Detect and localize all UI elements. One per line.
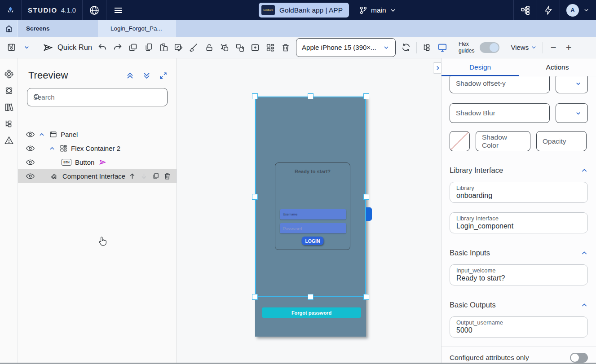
expand-all-button[interactable] — [142, 71, 151, 80]
flex-guides-toggle[interactable] — [480, 42, 499, 53]
group-button[interactable] — [220, 43, 230, 53]
delete-node-button[interactable] — [163, 172, 171, 180]
app-switcher[interactable]: GoldBank GoldBank app | APP — [259, 3, 349, 18]
language-button[interactable] — [83, 0, 106, 20]
resize-handle-n[interactable] — [308, 93, 313, 99]
visibility-eye-icon[interactable] — [26, 171, 35, 181]
shadow-color-swatch[interactable] — [450, 131, 470, 151]
duplicate-button[interactable] — [128, 43, 138, 53]
drag-grab-tab[interactable] — [366, 207, 372, 221]
chevron-up-icon — [581, 302, 588, 309]
style-brush-button[interactable] — [189, 43, 199, 53]
zoom-out-button[interactable]: − — [548, 42, 558, 53]
tab-design[interactable]: Design — [441, 58, 519, 76]
lock-button[interactable] — [204, 43, 214, 53]
delete-button[interactable] — [281, 43, 291, 53]
resize-handle-ne[interactable] — [363, 93, 369, 99]
device-selector[interactable]: Apple iPhone 15 (390×... — [296, 38, 396, 57]
widget-tree: Panel Flex Container 2 BTN — [18, 127, 177, 183]
username-field[interactable]: Username — [280, 209, 346, 219]
section-basic-inputs[interactable]: Basic Inputs — [450, 249, 588, 257]
tab-screens[interactable]: Screens — [18, 20, 99, 37]
tree-item-component-interface[interactable]: Component Interface — [18, 169, 177, 183]
studio-logo[interactable] — [0, 0, 22, 20]
resize-handle-w[interactable] — [252, 194, 258, 200]
shadow-color-field[interactable]: Shadow Color — [476, 131, 530, 151]
components-button[interactable] — [265, 43, 275, 53]
save-options-button[interactable] — [22, 43, 31, 53]
input-welcome-field[interactable]: Input_welcome Ready to start? — [450, 264, 588, 285]
copy-button[interactable] — [143, 43, 153, 53]
undo-button[interactable] — [97, 43, 107, 53]
chevron-down-icon — [583, 7, 590, 13]
resize-handle-sw[interactable] — [252, 294, 258, 300]
collapse-chevron-icon[interactable] — [39, 132, 45, 138]
ai-assist-button[interactable] — [4, 86, 14, 96]
redo-button[interactable] — [113, 43, 123, 53]
main-menu-button[interactable] — [106, 0, 130, 20]
refresh-button[interactable] — [401, 43, 411, 53]
library-button[interactable] — [4, 102, 14, 112]
quick-run-button[interactable]: Quick Run — [43, 42, 92, 53]
visibility-eye-icon[interactable] — [26, 144, 35, 153]
collapse-chevron-icon[interactable] — [49, 145, 55, 152]
theme-button[interactable] — [174, 43, 184, 53]
zoom-in-button[interactable]: + — [564, 42, 574, 53]
panel-widget-icon — [49, 131, 57, 138]
account-menu[interactable]: A — [560, 0, 596, 20]
visibility-eye-icon[interactable] — [26, 130, 35, 139]
shadow-blur-unit-dropdown[interactable] — [556, 103, 588, 123]
library-interface-field[interactable]: Library Interface Login_component — [450, 212, 588, 233]
ungroup-button[interactable] — [235, 43, 245, 53]
shadow-blur-field[interactable]: Shadow Blur — [450, 103, 550, 123]
resize-handle-e[interactable] — [363, 194, 369, 200]
treeview-rail-button[interactable] — [4, 119, 14, 129]
field-label: Input_welcome — [456, 267, 581, 274]
copy-node-button[interactable] — [152, 172, 159, 180]
tree-item-flex-container[interactable]: Flex Container 2 — [18, 141, 177, 155]
visibility-eye-icon[interactable] — [26, 158, 35, 167]
home-tab[interactable] — [0, 20, 18, 37]
resize-handle-nw[interactable] — [252, 93, 258, 99]
resize-handle-se[interactable] — [363, 294, 369, 300]
tree-view-toggle[interactable] — [422, 43, 432, 53]
resize-handle-s[interactable] — [308, 294, 313, 300]
inspector-collapse-button[interactable] — [433, 62, 442, 74]
save-button[interactable] — [6, 43, 16, 53]
actions-lightning-button[interactable] — [537, 0, 560, 20]
top-bar: STUDIO 4.1.0 GoldBank GoldBank app | APP… — [0, 0, 596, 20]
shadow-offset-y-unit-dropdown[interactable] — [556, 76, 588, 93]
integrations-button[interactable] — [513, 0, 537, 20]
login-button[interactable]: LOGIN — [302, 237, 324, 245]
output-username-field[interactable]: Output_username 5000 — [450, 316, 588, 338]
expand-panel-button[interactable] — [159, 71, 168, 80]
login-card[interactable]: Ready to start? Username Password LOGIN — [275, 162, 350, 250]
phone-preview[interactable]: Ready to start? Username Password LOGIN … — [255, 96, 366, 337]
section-library-interface[interactable]: Library Interface — [450, 166, 588, 175]
tree-item-panel[interactable]: Panel — [18, 127, 177, 141]
tab-login-forgot-page[interactable]: Login_Forgot_Pa... — [99, 20, 176, 37]
collapse-all-button[interactable] — [126, 71, 134, 80]
opacity-field[interactable]: Opacity — [536, 131, 587, 151]
preview-monitor-button[interactable] — [437, 43, 447, 53]
issues-button[interactable] — [4, 136, 14, 145]
forgot-password-button[interactable]: Forgot password — [262, 307, 361, 318]
paste-button[interactable] — [159, 43, 168, 53]
shadow-offset-y-field[interactable]: Shadow offset-y — [450, 76, 550, 93]
configured-attributes-label: Configured attributes only — [450, 354, 529, 362]
move-up-button[interactable] — [128, 172, 136, 180]
tab-actions[interactable]: Actions — [519, 58, 596, 76]
tree-item-button[interactable]: BTN Button — [18, 155, 177, 169]
password-field[interactable]: Password — [280, 223, 346, 233]
section-basic-outputs[interactable]: Basic Outputs — [450, 301, 588, 309]
add-container-button[interactable] — [250, 43, 260, 53]
settings-button[interactable] — [4, 69, 14, 79]
design-canvas[interactable]: Ready to start? Username Password LOGIN … — [177, 58, 441, 364]
branch-selector[interactable]: main — [359, 6, 397, 15]
search-input[interactable] — [27, 88, 168, 106]
library-field[interactable]: Library onboarding — [450, 182, 588, 203]
lightning-icon — [543, 5, 553, 15]
configured-attributes-toggle[interactable] — [570, 353, 588, 363]
move-down-button[interactable] — [140, 172, 148, 180]
views-dropdown[interactable]: Views — [511, 44, 537, 51]
